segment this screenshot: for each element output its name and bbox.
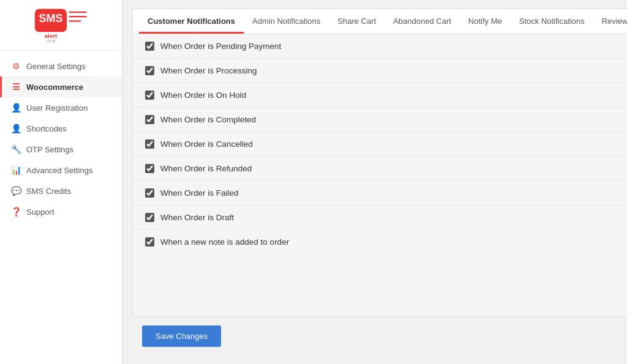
checkbox-processing[interactable] — [145, 66, 154, 75]
grid-icon: ☰ — [10, 82, 21, 92]
checkbox-completed[interactable] — [145, 115, 154, 124]
list-item: When a new note is added to order — [133, 230, 627, 254]
sidebar-item-advanced-settings[interactable]: 📊 Advanced Settings — [0, 160, 122, 180]
checkbox-draft[interactable] — [145, 213, 154, 222]
sidebar-item-label: Shortcodes — [26, 124, 67, 133]
list-item: When Order is On Hold — [133, 83, 627, 108]
user-icon: 👤 — [10, 103, 21, 113]
svg-text:.co.in: .co.in — [46, 39, 56, 43]
list-item: When Order is Draft — [133, 206, 627, 230]
main-content: Customer Notifications Admin Notificatio… — [122, 0, 627, 364]
sidebar-item-sms-credits[interactable]: 💬 SMS Credits — [0, 180, 122, 201]
checkbox-pending-payment[interactable] — [145, 42, 154, 51]
footer: Save Changes — [132, 317, 627, 355]
sidebar-item-label: Woocommerce — [26, 83, 83, 92]
sidebar-item-label: OTP Settings — [26, 145, 73, 154]
logo: SMS alert .co.in — [0, 0, 122, 51]
list-item: When Order is Completed — [133, 108, 627, 132]
sidebar-item-label: Advanced Settings — [26, 166, 92, 175]
sidebar-item-support[interactable]: ❓ Support — [0, 201, 122, 222]
sidebar-item-woocommerce[interactable]: ☰ Woocommerce — [0, 76, 122, 97]
tab-bar: Customer Notifications Admin Notificatio… — [133, 9, 627, 34]
sidebar-item-otp-settings[interactable]: 🔧 OTP Settings — [0, 139, 122, 160]
tab-content-customer-notifications: When Order is Pending Payment When Order… — [133, 34, 627, 316]
svg-text:SMS: SMS — [39, 12, 62, 24]
sidebar-item-user-registration[interactable]: 👤 User Registration — [0, 97, 122, 118]
sidebar-item-general-settings[interactable]: ⚙ General Settings — [0, 56, 122, 76]
checkbox-refunded[interactable] — [145, 164, 154, 173]
checkbox-cancelled[interactable] — [145, 139, 154, 149]
sidebar-item-label: Support — [26, 207, 54, 217]
list-item: When Order is Refunded — [133, 157, 627, 181]
code-icon: 👤 — [10, 124, 21, 133]
list-item: When Order is Cancelled — [133, 132, 627, 157]
chart-icon: 📊 — [10, 165, 21, 175]
sidebar: SMS alert .co.in ⚙ General Settings ☰ Wo… — [0, 0, 122, 364]
content-box: Customer Notifications Admin Notificatio… — [132, 9, 627, 317]
sms-icon: 💬 — [10, 186, 21, 196]
tab-share-cart[interactable]: Share Cart — [329, 9, 385, 34]
sidebar-item-label: User Registration — [26, 103, 88, 113]
checkbox-on-hold[interactable] — [145, 91, 154, 100]
list-item: When Order is Failed — [133, 181, 627, 206]
save-button[interactable]: Save Changes — [142, 325, 221, 347]
checkbox-new-note[interactable] — [145, 237, 154, 247]
tab-notify-me[interactable]: Notify Me — [460, 9, 511, 34]
tab-abandoned-cart[interactable]: Abandoned Cart — [385, 9, 460, 34]
tab-stock-notifications[interactable]: Stock Notifications — [511, 9, 593, 34]
support-icon: ❓ — [10, 207, 21, 217]
tab-customer-notifications[interactable]: Customer Notifications — [139, 9, 244, 34]
tab-admin-notifications[interactable]: Admin Notifications — [244, 9, 329, 34]
list-item: When Order is Pending Payment — [133, 34, 627, 59]
sidebar-item-shortcodes[interactable]: 👤 Shortcodes — [0, 118, 122, 139]
sidebar-item-label: SMS Credits — [26, 187, 71, 196]
list-item: When Order is Processing — [133, 59, 627, 83]
gear-icon: ⚙ — [10, 61, 21, 71]
sidebar-item-label: General Settings — [26, 62, 86, 71]
sidebar-nav: ⚙ General Settings ☰ Woocommerce 👤 User … — [0, 56, 122, 364]
checkbox-failed[interactable] — [145, 188, 154, 198]
tab-review[interactable]: Review — [593, 9, 627, 34]
wrench-icon: 🔧 — [10, 144, 21, 154]
